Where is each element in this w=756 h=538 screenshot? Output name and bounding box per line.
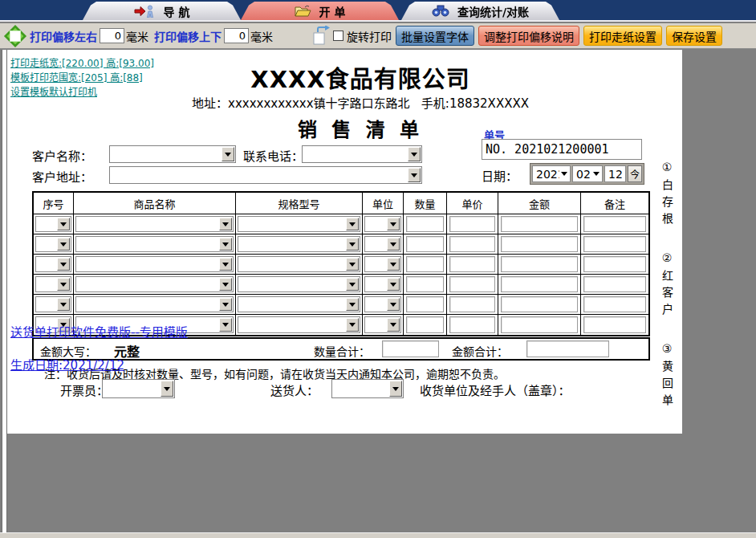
amount-input[interactable] <box>501 256 578 272</box>
deliverer-combo[interactable] <box>331 379 404 398</box>
price-input[interactable] <box>449 276 495 292</box>
dropdown-arrow-icon[interactable] <box>346 298 359 311</box>
customer-addr-combo[interactable] <box>109 166 422 184</box>
note-input[interactable] <box>583 256 646 272</box>
product-name-combo[interactable] <box>75 216 234 232</box>
dropdown-arrow-icon[interactable] <box>346 238 359 251</box>
unit-combo[interactable] <box>364 216 401 232</box>
dropdown-arrow-icon[interactable] <box>346 318 359 332</box>
seq-combo[interactable] <box>35 276 71 292</box>
dropdown-arrow-icon[interactable] <box>387 278 400 291</box>
unit-combo[interactable] <box>364 256 401 272</box>
dropdown-arrow-icon[interactable] <box>57 258 70 271</box>
unit-combo[interactable] <box>364 296 401 312</box>
product-name-combo[interactable] <box>75 276 234 292</box>
tab-billing[interactable]: 开 单 <box>241 2 399 20</box>
dropdown-arrow-icon[interactable] <box>346 218 359 230</box>
amount-input[interactable] <box>501 316 578 333</box>
dropdown-arrow-icon[interactable] <box>559 167 569 181</box>
price-input[interactable] <box>449 316 495 333</box>
dropdown-arrow-icon[interactable] <box>57 298 70 311</box>
phone-combo[interactable] <box>302 145 422 163</box>
unit-combo[interactable] <box>364 316 401 333</box>
amount-total-input[interactable] <box>526 340 609 357</box>
seq-combo[interactable] <box>35 216 71 232</box>
dropdown-arrow-icon[interactable] <box>57 278 70 291</box>
dropdown-arrow-icon[interactable] <box>591 167 601 181</box>
note-input[interactable] <box>583 236 646 252</box>
customer-name-combo[interactable] <box>109 145 236 163</box>
qty-input[interactable] <box>406 316 444 333</box>
spec-model-combo[interactable] <box>238 216 360 232</box>
dropdown-arrow-icon[interactable] <box>387 258 400 271</box>
price-input[interactable] <box>449 256 495 272</box>
qty-input[interactable] <box>406 216 444 232</box>
today-button[interactable]: 今 <box>628 165 642 182</box>
dropdown-arrow-icon[interactable] <box>57 218 70 230</box>
qty-input[interactable] <box>406 236 444 252</box>
seq-combo[interactable] <box>35 236 71 252</box>
offset-lr-input[interactable] <box>100 28 124 43</box>
paper-feed-settings-button[interactable]: 打印走纸设置 <box>583 26 662 46</box>
template-version-link[interactable]: 送货单打印软件免费版--专用模版 <box>10 323 188 340</box>
qty-total-input[interactable] <box>382 340 439 357</box>
offset-ud-input[interactable] <box>224 28 249 43</box>
spec-model-combo[interactable] <box>238 276 360 292</box>
note-input[interactable] <box>583 276 646 292</box>
amount-input[interactable] <box>501 296 578 312</box>
issuer-combo[interactable] <box>102 379 175 398</box>
amount-input[interactable] <box>501 236 578 252</box>
spec-model-combo[interactable] <box>238 256 360 272</box>
price-input[interactable] <box>449 216 495 232</box>
spec-model-combo[interactable] <box>238 236 360 252</box>
dropdown-arrow-icon[interactable] <box>219 278 232 291</box>
note-input[interactable] <box>583 296 646 312</box>
price-input[interactable] <box>449 236 495 252</box>
tab-navigation[interactable]: 导 航 <box>83 2 241 20</box>
dropdown-arrow-icon[interactable] <box>346 258 359 271</box>
dropdown-arrow-icon[interactable] <box>222 147 234 161</box>
price-input[interactable] <box>449 296 495 312</box>
note-input[interactable] <box>583 216 646 232</box>
date-day-field[interactable]: 12 <box>604 165 626 182</box>
dropdown-arrow-icon[interactable] <box>219 218 232 230</box>
product-name-combo[interactable] <box>75 256 234 272</box>
order-no-input[interactable]: NO. 2021021200001 <box>482 139 642 160</box>
dropdown-arrow-icon[interactable] <box>57 238 70 251</box>
generated-date-link[interactable]: 生成日期:2021/2/12 <box>10 356 124 373</box>
dropdown-arrow-icon[interactable] <box>408 147 421 161</box>
dropdown-arrow-icon[interactable] <box>387 238 400 251</box>
date-year-select[interactable]: 2021 <box>532 165 571 182</box>
qty-input[interactable] <box>406 296 444 312</box>
dropdown-arrow-icon[interactable] <box>219 298 232 311</box>
dropdown-arrow-icon[interactable] <box>161 381 173 397</box>
rotate-print-checkbox[interactable] <box>333 31 343 41</box>
amount-input[interactable] <box>501 276 578 292</box>
qty-input[interactable] <box>406 276 444 292</box>
unit-combo[interactable] <box>364 276 401 292</box>
dropdown-arrow-icon[interactable] <box>387 298 400 311</box>
dropdown-arrow-icon[interactable] <box>389 381 402 397</box>
dropdown-arrow-icon[interactable] <box>408 168 421 182</box>
note-input[interactable] <box>583 316 646 333</box>
product-name-combo[interactable] <box>75 236 234 252</box>
date-month-select[interactable]: 02 <box>572 165 603 182</box>
dropdown-arrow-icon[interactable] <box>219 258 232 271</box>
amount-input[interactable] <box>501 216 578 232</box>
seq-combo[interactable] <box>35 296 71 312</box>
product-name-combo[interactable] <box>75 296 234 312</box>
dropdown-arrow-icon[interactable] <box>219 238 232 251</box>
dropdown-arrow-icon[interactable] <box>387 218 400 230</box>
dropdown-arrow-icon[interactable] <box>387 318 400 332</box>
dropdown-arrow-icon[interactable] <box>219 318 232 332</box>
save-settings-button[interactable]: 保存设置 <box>666 26 722 46</box>
adjust-offset-help-button[interactable]: 调整打印偏移说明 <box>478 26 579 46</box>
tab-query-stats[interactable]: 查询统计/对账 <box>401 2 559 20</box>
dropdown-arrow-icon[interactable] <box>346 278 359 291</box>
seq-combo[interactable] <box>35 256 71 272</box>
qty-input[interactable] <box>406 256 444 272</box>
unit-combo[interactable] <box>364 236 401 252</box>
spec-model-combo[interactable] <box>238 296 360 312</box>
batch-font-button[interactable]: 批量设置字体 <box>396 26 474 46</box>
spec-model-combo[interactable] <box>238 316 360 333</box>
